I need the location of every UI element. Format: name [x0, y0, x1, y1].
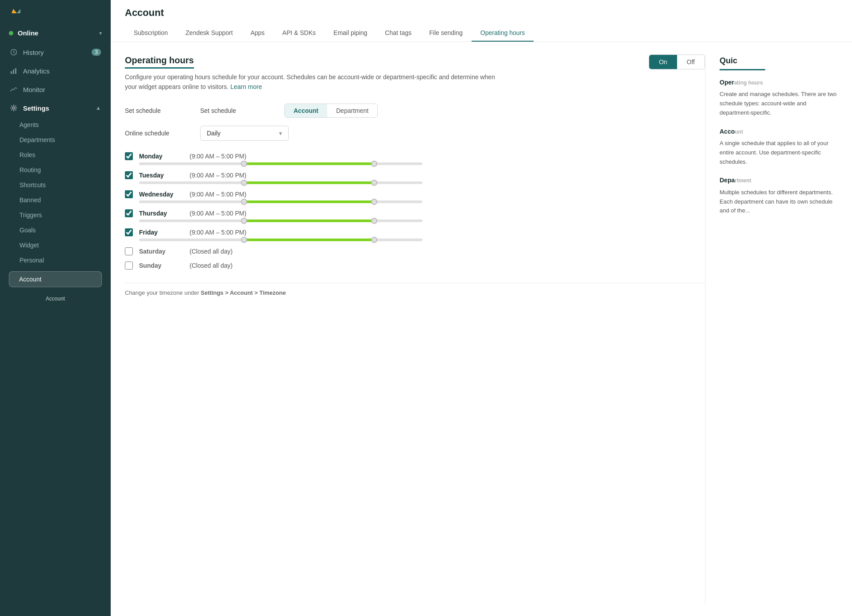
account-toggle-btn[interactable]: Account	[285, 104, 327, 117]
set-schedule-label: Set schedule	[125, 107, 200, 114]
tab-api-sdks[interactable]: API & SDKs	[274, 25, 325, 42]
schedule-dropdown-value: Daily	[207, 130, 221, 137]
clock-icon	[10, 48, 18, 56]
learn-more-link[interactable]: Learn more	[230, 83, 262, 90]
department-toggle-btn[interactable]: Department	[327, 104, 377, 117]
sidebar-item-widget[interactable]: Widget	[0, 238, 111, 253]
sidebar-item-history[interactable]: History 3	[0, 43, 111, 62]
sidebar-item-routing[interactable]: Routing	[0, 162, 111, 177]
sidebar-item-account[interactable]: Account	[9, 271, 102, 287]
settings-label: Settings	[23, 104, 49, 112]
monday-thumb-end[interactable]	[371, 161, 377, 167]
quick-section-operating: Operating hours Create and manage schedu…	[720, 77, 838, 118]
content-area: Operating hours On Off Configure your op…	[111, 42, 852, 616]
svg-point-6	[13, 107, 15, 109]
friday-thumb-start[interactable]	[241, 237, 247, 243]
thursday-label: Thursday	[139, 210, 183, 217]
sidebar-item-banned[interactable]: Banned	[0, 192, 111, 208]
saturday-checkbox[interactable]	[125, 247, 133, 255]
friday-fill	[244, 239, 374, 241]
thursday-slider-container	[125, 219, 705, 222]
svg-rect-3	[11, 71, 12, 74]
line-chart-icon	[10, 85, 18, 93]
tab-file-sending[interactable]: File sending	[420, 25, 472, 42]
tuesday-slider[interactable]	[139, 181, 422, 184]
svg-rect-4	[13, 69, 14, 74]
settings-chevron-icon: ▲	[96, 105, 101, 111]
thursday-thumb-end[interactable]	[371, 218, 377, 224]
status-dropdown[interactable]: Online ▾	[0, 25, 111, 43]
tab-email-piping[interactable]: Email piping	[325, 25, 376, 42]
tab-subscription[interactable]: Subscription	[125, 25, 177, 42]
operating-hours-title: Operating hours	[125, 55, 194, 69]
thursday-fill	[244, 219, 374, 222]
saturday-label: Saturday	[139, 248, 183, 255]
sidebar-item-triggers[interactable]: Triggers	[0, 208, 111, 223]
tuesday-checkbox[interactable]	[125, 171, 133, 179]
sidebar-item-roles[interactable]: Roles	[0, 147, 111, 162]
page-title: Account	[125, 7, 838, 19]
friday-slider[interactable]	[139, 239, 422, 241]
monday-slider-container	[125, 162, 705, 165]
sunday-time: (Closed all day)	[190, 262, 232, 269]
set-schedule-placeholder: Set schedule	[200, 107, 275, 114]
monday-fill	[244, 162, 374, 165]
history-badge: 3	[92, 49, 101, 56]
monday-checkbox[interactable]	[125, 152, 133, 160]
account-tooltip: Account	[41, 294, 69, 303]
thursday-thumb-start[interactable]	[241, 218, 247, 224]
quick-section-account: Account A single schedule that applies t…	[720, 127, 838, 167]
monday-label: Monday	[139, 153, 183, 160]
sidebar-item-personal[interactable]: Personal	[0, 253, 111, 268]
wednesday-checkbox[interactable]	[125, 190, 133, 198]
friday-checkbox[interactable]	[125, 228, 133, 236]
wednesday-thumb-start[interactable]	[241, 199, 247, 205]
chevron-down-icon: ▾	[99, 30, 102, 36]
on-off-toggle: On Off	[649, 54, 705, 69]
friday-slider-container	[125, 239, 705, 241]
quick-section-department-text: Multiple schedules for different departm…	[720, 188, 838, 216]
wednesday-slider[interactable]	[139, 200, 422, 203]
status-label: Online	[18, 29, 39, 37]
quick-section-department-title: Department	[720, 175, 838, 185]
monday-thumb-start[interactable]	[241, 161, 247, 167]
sidebar-item-departments[interactable]: Departments	[0, 132, 111, 147]
tab-bar: Subscription Zendesk Support Apps API & …	[125, 25, 838, 42]
day-row-friday: Friday (9:00 AM – 5:00 PM)	[125, 228, 705, 241]
sidebar-item-agents[interactable]: Agents	[0, 117, 111, 132]
tuesday-thumb-start[interactable]	[241, 180, 247, 186]
thursday-checkbox[interactable]	[125, 209, 133, 217]
set-schedule-row: Set schedule Set schedule Account Depart…	[125, 104, 705, 118]
tab-chat-tags[interactable]: Chat tags	[376, 25, 420, 42]
sidebar-item-analytics[interactable]: Analytics	[0, 62, 111, 80]
quick-section-operating-text: Create and manage schedules. There are t…	[720, 90, 838, 117]
friday-time: (9:00 AM – 5:00 PM)	[190, 229, 246, 236]
thursday-time: (9:00 AM – 5:00 PM)	[190, 210, 246, 217]
friday-thumb-end[interactable]	[371, 237, 377, 243]
tuesday-thumb-end[interactable]	[371, 180, 377, 186]
sidebar-item-monitor[interactable]: Monitor	[0, 80, 111, 99]
wednesday-label: Wednesday	[139, 191, 183, 198]
day-row-wednesday: Wednesday (9:00 AM – 5:00 PM)	[125, 190, 705, 203]
thursday-slider[interactable]	[139, 219, 422, 222]
toggle-off-button[interactable]: Off	[677, 55, 705, 69]
tab-zendesk-support[interactable]: Zendesk Support	[177, 25, 242, 42]
schedule-dropdown[interactable]: Daily ▾	[200, 126, 289, 141]
sunday-checkbox[interactable]	[125, 262, 133, 270]
toggle-on-button[interactable]: On	[649, 55, 677, 69]
quick-guide-panel: Quick guide Operating hours Create and m…	[705, 54, 838, 604]
day-schedule-list: Monday (9:00 AM – 5:00 PM)	[125, 152, 705, 270]
tab-apps[interactable]: Apps	[242, 25, 274, 42]
sidebar-settings-header[interactable]: Settings ▲	[0, 99, 111, 117]
sidebar-item-shortcuts[interactable]: Shortcuts	[0, 177, 111, 192]
tab-operating-hours[interactable]: Operating hours	[472, 25, 534, 42]
monday-slider[interactable]	[139, 162, 422, 165]
sidebar-item-goals[interactable]: Goals	[0, 223, 111, 238]
wednesday-thumb-end[interactable]	[371, 199, 377, 205]
saturday-time: (Closed all day)	[190, 248, 232, 255]
logo-icon	[9, 8, 25, 20]
page-header: Account Subscription Zendesk Support App…	[111, 0, 852, 42]
online-schedule-label: Online schedule	[125, 130, 200, 137]
sidebar-item-analytics-label: Analytics	[23, 67, 50, 75]
main-content: Account Subscription Zendesk Support App…	[111, 0, 852, 616]
